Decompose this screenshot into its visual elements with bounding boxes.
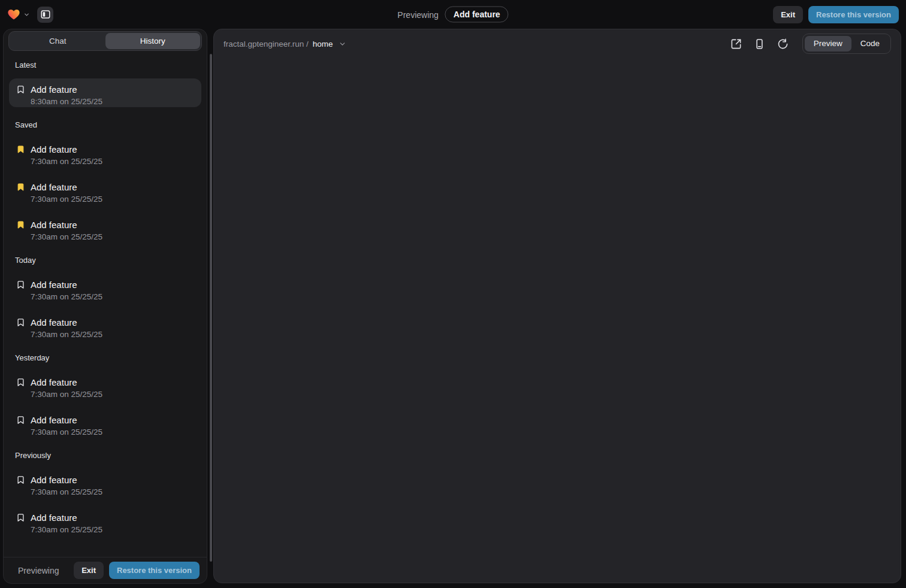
preview-code-toggle: Preview Code (802, 34, 891, 54)
history-sidebar: Chat History Latest Add feature 8:30am o… (3, 29, 207, 584)
history-item-timestamp: 8:30am on 25/25/25 (31, 97, 194, 106)
sidebar-scrollbar[interactable] (210, 54, 212, 562)
tab-code[interactable]: Code (851, 36, 889, 51)
history-item[interactable]: Add feature 7:30am on 25/25/25 (9, 507, 201, 535)
history-item-title: Add feature (31, 513, 77, 523)
history-item-timestamp: 7:30am on 25/25/25 (31, 232, 194, 241)
history-item-title: Add feature (31, 317, 77, 328)
chevron-down-icon (23, 11, 30, 18)
history-item-timestamp: 7:30am on 25/25/25 (31, 525, 194, 534)
history-item-timestamp: 7:30am on 25/25/25 (31, 195, 194, 204)
bookmark-outline-icon (16, 85, 25, 94)
history-item-title: Add feature (31, 280, 77, 290)
preview-viewport[interactable] (214, 58, 901, 583)
history-item-title: Add feature (31, 415, 77, 425)
section-title: Saved (9, 117, 201, 138)
bookmark-outline-icon (16, 416, 25, 425)
history-item[interactable]: Add feature 7:30am on 25/25/25 (9, 138, 201, 167)
history-item[interactable]: Add feature 7:30am on 25/25/25 (9, 214, 201, 243)
history-item[interactable]: Add feature 7:30am on 25/25/25 (9, 274, 201, 302)
bookmark-outline-icon (16, 475, 25, 484)
history-section: Saved Add feature 7:30am on 25/25/25 Add… (9, 117, 201, 243)
history-item-title: Add feature (31, 144, 77, 154)
history-item[interactable]: Add feature 7:30am on 25/25/25 (9, 469, 201, 498)
section-title: Yesterday (9, 350, 201, 371)
history-section: Latest Add feature 8:30am on 25/25/25 (9, 57, 201, 107)
section-title: Today (9, 252, 201, 274)
bookmark-outline-icon (16, 280, 25, 289)
open-in-new-tab-button[interactable] (730, 38, 742, 50)
tab-preview[interactable]: Preview (805, 36, 851, 51)
sidebar-footer: Previewing Exit Restore this version (4, 557, 207, 583)
app-header: Previewing Add feature Exit Restore this… (0, 0, 906, 29)
page-url-selector[interactable]: fractal.gptengineer.run / home (224, 40, 346, 49)
history-section: Today Add feature 7:30am on 25/25/25 Add… (9, 252, 201, 340)
external-link-icon (730, 38, 742, 50)
history-item-timestamp: 7:30am on 25/25/25 (31, 292, 194, 301)
chevron-down-icon (339, 40, 346, 48)
url-current-page: home (313, 40, 333, 49)
bookmark-filled-icon (16, 183, 25, 192)
history-item[interactable]: Add feature 8:30am on 25/25/25 (9, 78, 201, 107)
history-item-title: Add feature (31, 182, 77, 192)
sidebar-tab-switcher: Chat History (8, 31, 202, 51)
history-item-timestamp: 7:30am on 25/25/25 (31, 330, 194, 339)
lovable-heart-logo-icon (7, 8, 20, 21)
bookmark-outline-icon (16, 318, 25, 327)
sidebar-toggle-button[interactable] (37, 7, 53, 23)
section-title: Latest (9, 57, 201, 78)
tab-history[interactable]: History (105, 33, 201, 49)
refresh-button[interactable] (777, 38, 789, 50)
history-item[interactable]: Add feature 7:30am on 25/25/25 (9, 409, 201, 438)
workspace-menu[interactable] (7, 8, 30, 21)
bookmark-filled-icon (16, 220, 25, 229)
history-item-title: Add feature (31, 377, 77, 387)
history-item[interactable]: Add feature 7:30am on 25/25/25 (9, 311, 201, 340)
bookmark-outline-icon (16, 378, 25, 387)
section-title: Previously (9, 447, 201, 469)
restore-version-button[interactable]: Restore this version (808, 6, 899, 23)
tab-chat[interactable]: Chat (10, 33, 105, 49)
bookmark-outline-icon (16, 513, 25, 522)
mobile-view-button[interactable] (754, 38, 766, 50)
history-item-title: Add feature (31, 84, 77, 95)
history-item-timestamp: 7:30am on 25/25/25 (31, 428, 194, 437)
history-item-title: Add feature (31, 220, 77, 230)
history-item-title: Add feature (31, 475, 77, 485)
history-item[interactable]: Add feature 7:30am on 25/25/25 (9, 371, 201, 400)
preview-panel: fractal.gptengineer.run / home (213, 29, 901, 583)
history-section: Previously Add feature 7:30am on 25/25/2… (9, 447, 201, 535)
preview-status: Previewing Add feature (397, 7, 508, 23)
restore-version-button[interactable]: Restore this version (109, 562, 200, 579)
url-prefix: fractal.gptengineer.run / (224, 40, 309, 49)
history-item-timestamp: 7:30am on 25/25/25 (31, 487, 194, 496)
previewing-label: Previewing (397, 10, 438, 19)
history-item[interactable]: Add feature 7:30am on 25/25/25 (9, 176, 201, 205)
previewing-label: Previewing (18, 566, 59, 575)
exit-button[interactable]: Exit (74, 562, 104, 579)
version-badge: Add feature (445, 7, 509, 23)
smartphone-icon (754, 38, 765, 50)
history-item-timestamp: 7:30am on 25/25/25 (31, 390, 194, 399)
history-section: Yesterday Add feature 7:30am on 25/25/25… (9, 350, 201, 438)
panel-left-icon (40, 9, 51, 20)
refresh-icon (777, 38, 789, 50)
preview-topbar: fractal.gptengineer.run / home (214, 29, 901, 58)
bookmark-filled-icon (16, 145, 25, 154)
history-list: Latest Add feature 8:30am on 25/25/25 Sa… (4, 57, 207, 557)
exit-button[interactable]: Exit (773, 6, 803, 23)
history-item-timestamp: 7:30am on 25/25/25 (31, 157, 194, 166)
